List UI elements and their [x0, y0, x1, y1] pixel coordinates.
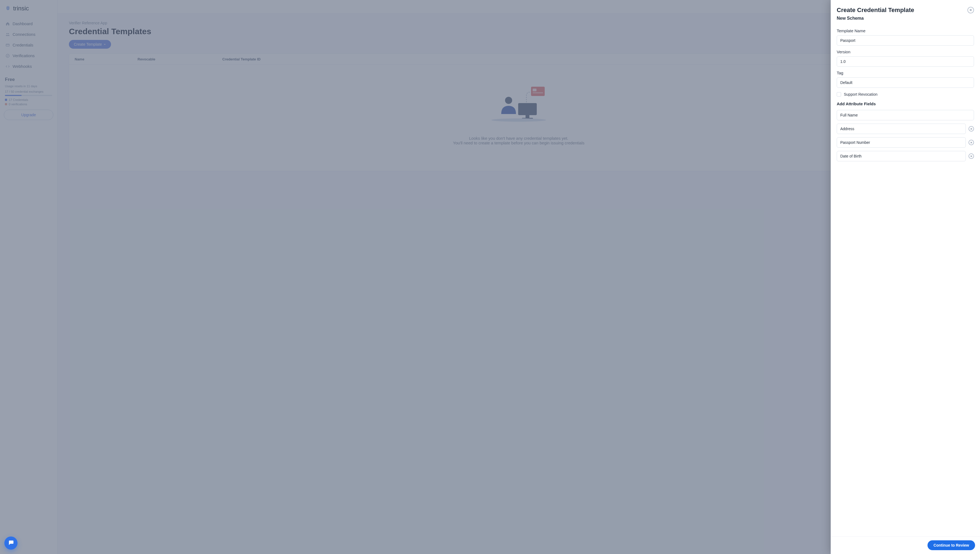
continue-button[interactable]: Continue to Review [928, 540, 975, 550]
template-name-input[interactable] [837, 35, 974, 46]
attributes-heading: Add Attribute Fields [837, 102, 974, 106]
attribute-row: ✕ [837, 151, 974, 161]
attribute-input[interactable] [837, 110, 974, 120]
drawer-title: Create Credential Template [837, 6, 914, 14]
drawer-header: Create Credential Template ✕ [831, 0, 980, 16]
tag-input[interactable] [837, 77, 974, 88]
attribute-row: ✕ [837, 124, 974, 134]
drawer-close-button[interactable]: ✕ [967, 7, 974, 13]
remove-attribute-button[interactable]: ✕ [969, 140, 974, 145]
attribute-input[interactable] [837, 137, 966, 148]
close-icon: ✕ [970, 155, 972, 158]
version-input[interactable] [837, 56, 974, 67]
remove-attribute-button[interactable]: ✕ [969, 126, 974, 132]
revocation-label: Support Revocation [844, 92, 877, 97]
version-label: Version [837, 49, 974, 54]
template-name-label: Template Name [837, 29, 974, 33]
revocation-row: Support Revocation [837, 92, 974, 97]
close-icon: ✕ [970, 127, 972, 131]
drawer-subtitle: New Schema [831, 16, 980, 21]
revocation-checkbox[interactable] [837, 92, 841, 97]
drawer-footer: Continue to Review [831, 536, 980, 554]
attribute-input[interactable] [837, 151, 966, 161]
attribute-row [837, 110, 974, 120]
create-template-drawer: Create Credential Template ✕ New Schema … [831, 0, 980, 554]
help-chat-button[interactable] [5, 536, 18, 550]
close-icon: ✕ [970, 141, 972, 144]
tag-label: Tag [837, 70, 974, 75]
close-icon: ✕ [969, 8, 972, 12]
attribute-row: ✕ [837, 137, 974, 148]
remove-attribute-button[interactable]: ✕ [969, 153, 974, 159]
drawer-body: Template Name Version Tag Support Revoca… [831, 21, 980, 536]
attribute-input[interactable] [837, 124, 966, 134]
chat-icon [8, 540, 14, 547]
